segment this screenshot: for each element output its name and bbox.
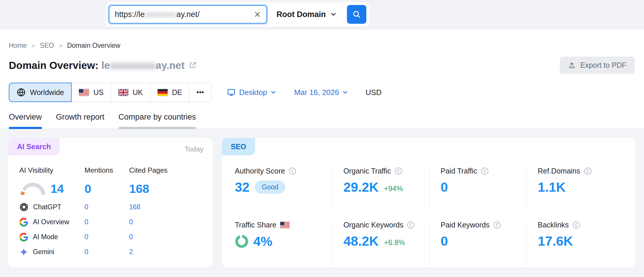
more-databases-button[interactable]: ••• (189, 83, 211, 102)
paid-traffic-cell: Paid Traffic 0 (429, 167, 526, 211)
currency-label: USD (365, 88, 382, 97)
organic-keywords-delta: +6.8% (384, 238, 405, 248)
domain-search-widget: https://lexxxxxxxxay.net/ Root Domain (106, 2, 369, 26)
device-dropdown[interactable]: Desktop (227, 88, 276, 97)
gemini-cited[interactable]: 2 (129, 248, 204, 256)
breadcrumb-separator: > (31, 42, 35, 49)
provider-chatgpt: ChatGPT (19, 200, 85, 215)
chevron-down-icon (271, 90, 276, 95)
donut-chart-icon (235, 234, 249, 248)
traffic-share-cell: Traffic Share 4% (235, 221, 332, 265)
cited-pages-value[interactable]: 168 (129, 178, 204, 200)
clear-input-icon[interactable] (254, 11, 261, 18)
worldwide-icon (16, 88, 26, 97)
top-bar: https://lexxxxxxxxay.net/ Root Domain (0, 0, 644, 29)
ref-domains-cell: Ref.Domains 1.1K (526, 167, 623, 211)
authority-score-value[interactable]: 32 (235, 181, 249, 194)
organic-keywords-cell: Organic Keywords 48.2K +6.8% (332, 221, 429, 265)
info-icon[interactable] (407, 221, 415, 229)
info-icon[interactable] (289, 167, 296, 175)
search-input[interactable]: https://lexxxxxxxxay.net/ (109, 5, 267, 24)
segment-worldwide[interactable]: Worldwide (9, 83, 72, 102)
external-link-icon[interactable] (189, 61, 197, 69)
gemini-icon (19, 248, 28, 256)
provider-ai-overview: AI Overview (19, 215, 85, 230)
segment-de[interactable]: DE (150, 83, 190, 102)
backlinks-value[interactable]: 17.6K (538, 234, 573, 248)
breadcrumb: Home > SEO > Domain Overview (0, 29, 644, 50)
paid-traffic-value[interactable]: 0 (441, 181, 448, 194)
chevron-down-icon (343, 90, 348, 95)
report-tabs: Overview Growth report Compare by countr… (0, 102, 644, 129)
paid-keywords-cell: Paid Keywords 0 (429, 221, 526, 265)
info-icon[interactable] (493, 221, 501, 229)
search-button[interactable] (347, 5, 366, 24)
segment-us[interactable]: US (72, 83, 111, 102)
ai-mode-mentions[interactable]: 0 (85, 233, 129, 241)
page-header: Home > SEO > Domain Overview Domain Over… (0, 29, 644, 129)
us-flag-icon (79, 89, 89, 96)
chatgpt-cited[interactable]: 168 (129, 203, 204, 211)
tab-overview[interactable]: Overview (9, 113, 42, 129)
info-icon[interactable] (584, 167, 592, 175)
date-dropdown[interactable]: Mar 16, 2026 (294, 88, 348, 97)
seo-badge: SEO (222, 138, 255, 155)
seo-card: SEO Authority Score 32 Good Organic Traf… (222, 138, 635, 268)
ref-domains-value[interactable]: 1.1K (538, 181, 566, 194)
ai-overview-cited[interactable]: 0 (129, 218, 204, 226)
organic-keywords-value[interactable]: 48.2K (343, 234, 379, 248)
segment-uk[interactable]: UK (111, 83, 150, 102)
ellipsis-icon: ••• (196, 89, 204, 96)
us-flag-icon (280, 222, 290, 228)
info-icon[interactable] (572, 221, 580, 229)
gauge-icon (19, 181, 46, 196)
breadcrumb-home[interactable]: Home (9, 42, 27, 50)
provider-gemini: Gemini (19, 244, 85, 259)
ai-overview-mentions[interactable]: 0 (85, 218, 129, 226)
mentions-label: Mentions (85, 166, 129, 178)
ai-visibility-value[interactable]: 14 (19, 178, 85, 200)
info-icon[interactable] (395, 167, 402, 175)
uk-flag-icon (118, 89, 129, 96)
chevron-down-icon (331, 11, 336, 17)
organic-traffic-value[interactable]: 29.2K (343, 181, 379, 194)
database-selector: Worldwide US UK DE ••• (9, 83, 212, 102)
period-label: Today (185, 145, 203, 153)
breadcrumb-seo[interactable]: SEO (40, 42, 54, 50)
google-icon (19, 218, 28, 227)
ai-search-card: AI Search Today AI Visibility Mentions C… (8, 138, 213, 268)
overview-cards: AI Search Today AI Visibility Mentions C… (0, 129, 644, 277)
organic-traffic-delta: +94% (384, 184, 403, 194)
search-input-value: https://lexxxxxxxxay.net/ (115, 10, 252, 19)
google-icon (19, 233, 28, 242)
ai-mode-cited[interactable]: 0 (129, 233, 204, 241)
export-icon (568, 62, 576, 69)
paid-keywords-value[interactable]: 0 (441, 234, 448, 248)
export-to-pdf-button[interactable]: Export to PDF (560, 57, 635, 74)
authority-score-cell: Authority Score 32 Good (235, 167, 332, 211)
info-icon[interactable] (481, 167, 489, 175)
mentions-value[interactable]: 0 (85, 178, 129, 200)
tab-compare-by-countries[interactable]: Compare by countries (119, 113, 196, 129)
breadcrumb-current: Domain Overview (67, 42, 120, 50)
chatgpt-icon (19, 203, 28, 212)
search-icon (352, 10, 361, 19)
traffic-share-value[interactable]: 4% (253, 235, 272, 248)
breadcrumb-separator: > (59, 42, 62, 49)
organic-traffic-cell: Organic Traffic 29.2K +94% (332, 167, 429, 211)
scope-dropdown[interactable]: Root Domain (268, 10, 344, 19)
authority-rating-badge: Good (255, 181, 285, 194)
backlinks-cell: Backlinks 17.6K (526, 221, 623, 265)
ai-search-badge: AI Search (8, 138, 60, 155)
page-title: Domain Overview: lexxxxxxxxay.net (9, 60, 197, 71)
filters-row: Worldwide US UK DE ••• Desktop M (0, 74, 644, 102)
gemini-mentions[interactable]: 0 (85, 248, 129, 256)
domain-name: lexxxxxxxxay.net (101, 60, 185, 71)
cited-pages-label: Cited Pages (129, 166, 204, 178)
chatgpt-mentions[interactable]: 0 (85, 203, 129, 211)
de-flag-icon (157, 89, 168, 96)
tab-growth-report[interactable]: Growth report (56, 113, 104, 129)
ai-visibility-label: AI Visibility (19, 166, 85, 178)
provider-ai-mode: AI Mode (19, 230, 85, 244)
scope-label: Root Domain (277, 10, 326, 19)
